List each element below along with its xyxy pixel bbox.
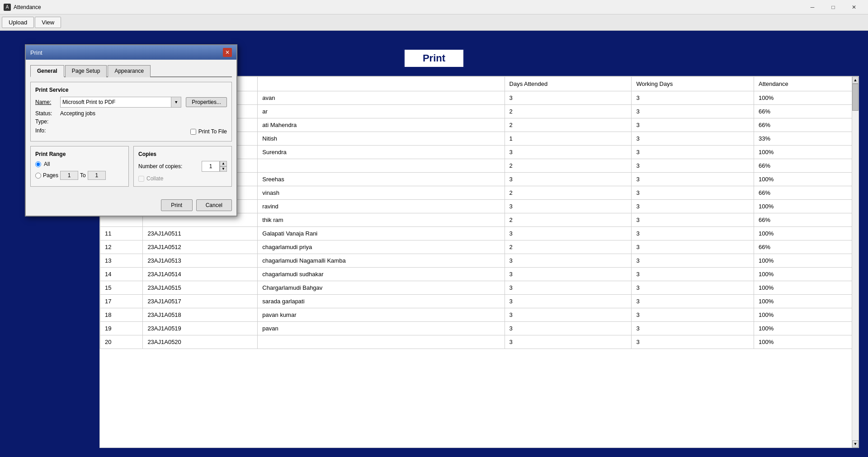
range-copies-row: Print Range All Pages To: [30, 146, 232, 187]
type-row: Type:: [35, 118, 227, 125]
all-radio-row: All: [35, 161, 124, 167]
tab-appearance[interactable]: Appearance: [108, 65, 151, 77]
status-row: Status: Accepting jobs: [35, 110, 227, 117]
info-row: Info: Print To File: [35, 127, 227, 135]
info-label: Info:: [35, 127, 60, 134]
printer-select[interactable]: Microsoft Print to PDF: [60, 97, 171, 108]
all-label: All: [44, 161, 50, 167]
print-service-section: Print Service Name: Microsoft Print to P…: [30, 82, 232, 141]
name-select-wrapper: Microsoft Print to PDF ▼: [60, 97, 181, 108]
dialog-close-button[interactable]: ✕: [223, 48, 232, 57]
maximize-button[interactable]: □: [823, 0, 844, 14]
print-button[interactable]: Print: [161, 199, 193, 211]
collate-label: Collate: [146, 175, 163, 182]
copies-decrement-button[interactable]: ▼: [220, 166, 227, 172]
dialog-overlay: Print ✕ General Page Setup Appearance: [0, 31, 868, 457]
print-range-title: Print Range: [35, 151, 124, 157]
print-to-file-label[interactable]: Print To File: [190, 128, 227, 135]
toolbar: Upload View: [0, 14, 868, 31]
dialog-body: General Page Setup Appearance Print Serv…: [26, 60, 236, 196]
properties-button[interactable]: Properties...: [186, 97, 227, 107]
window-controls: ─ □ ✕: [802, 0, 864, 14]
dialog-title: Print: [30, 49, 42, 56]
minimize-button[interactable]: ─: [802, 0, 823, 14]
title-bar: A Attendance ─ □ ✕: [0, 0, 868, 14]
app-icon: A: [4, 4, 11, 11]
copies-section: Copies Number of copies: ▲ ▼: [133, 146, 232, 187]
all-radio[interactable]: [35, 161, 41, 167]
status-value: Accepting jobs: [60, 110, 95, 117]
pages-row: Pages To: [35, 171, 124, 180]
copies-spinners: ▲ ▼: [220, 161, 227, 172]
print-range-section: Print Range All Pages To: [30, 146, 129, 187]
status-label: Status:: [35, 110, 60, 117]
copies-input-wrapper: ▲ ▼: [202, 161, 227, 172]
dialog-tabs: General Page Setup Appearance: [30, 64, 232, 77]
pages-label: Pages: [43, 172, 58, 179]
pages-to-label: To: [80, 172, 86, 179]
collate-row: Collate: [138, 175, 227, 182]
close-button[interactable]: ✕: [844, 0, 864, 14]
print-to-file-wrapper: Print To File: [190, 128, 227, 135]
tab-general[interactable]: General: [30, 65, 64, 77]
name-label: Name:: [35, 99, 60, 105]
cancel-button[interactable]: Cancel: [196, 199, 232, 211]
dialog-buttons: Print Cancel: [26, 196, 236, 216]
select-arrow-icon[interactable]: ▼: [171, 97, 181, 108]
copies-increment-button[interactable]: ▲: [220, 161, 227, 166]
main-content: Print Days Attended Working Days Attenda…: [0, 31, 868, 457]
copies-count-row: Number of copies: ▲ ▼: [138, 161, 227, 172]
pages-from-input[interactable]: [60, 171, 78, 180]
pages-radio[interactable]: [35, 173, 41, 179]
copies-title: Copies: [138, 151, 227, 157]
app-title: Attendance: [14, 4, 802, 10]
type-label: Type:: [35, 118, 60, 125]
print-dialog: Print ✕ General Page Setup Appearance: [25, 44, 237, 217]
upload-button[interactable]: Upload: [2, 17, 34, 28]
print-service-title: Print Service: [35, 87, 227, 93]
print-to-file-checkbox[interactable]: [190, 129, 196, 135]
pages-to-input[interactable]: [88, 171, 106, 180]
name-row: Name: Microsoft Print to PDF ▼ Propertie…: [35, 97, 227, 108]
collate-checkbox[interactable]: [138, 176, 144, 182]
dialog-title-bar: Print ✕: [26, 45, 236, 60]
view-button[interactable]: View: [35, 17, 61, 28]
tab-page-setup[interactable]: Page Setup: [65, 65, 107, 77]
copies-number-input[interactable]: [202, 161, 220, 172]
copies-number-label: Number of copies:: [138, 163, 182, 170]
